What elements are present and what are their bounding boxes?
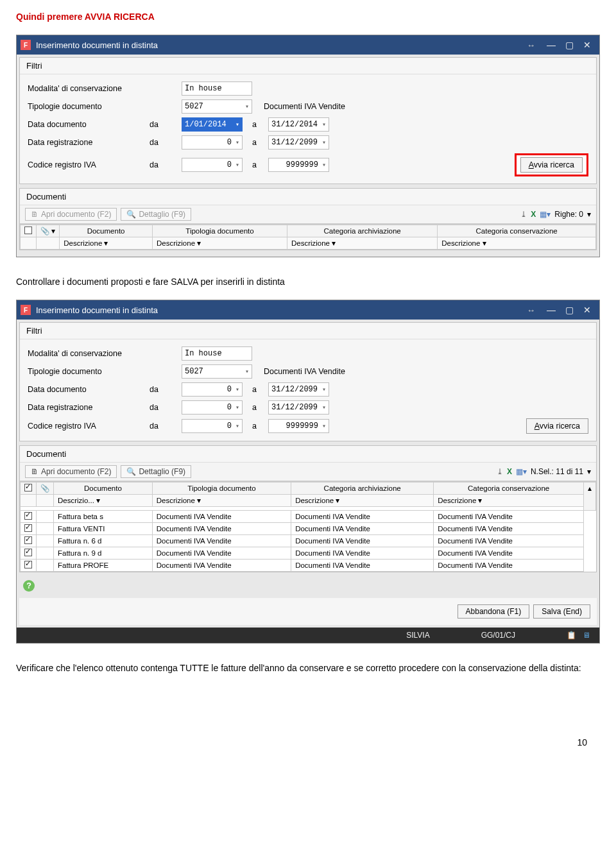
field-iva-da[interactable]: 0▾ — [182, 419, 243, 433]
table-row[interactable]: Fattura VENTIDocumenti IVA VenditeDocume… — [21, 523, 596, 535]
cell-cat-cons: Documenti IVA Vendite — [434, 535, 584, 547]
salva-button[interactable]: Salva (End) — [533, 604, 590, 619]
table-row[interactable]: Fattura n. 6 dDocumenti IVA VenditeDocum… — [21, 535, 596, 547]
pin-icon[interactable]: 📎 — [40, 227, 49, 235]
move-icon[interactable]: ↔ — [527, 305, 535, 315]
tipologie-desc: Documenti IVA Vendite — [252, 367, 345, 376]
col-cat-cons[interactable]: Categoria conservazione — [434, 483, 584, 495]
field-data-reg-a[interactable]: 31/12/2099▾ — [268, 400, 329, 414]
cell-tipologia: Documenti IVA Vendite — [152, 511, 291, 523]
field-modalita[interactable]: In house — [182, 346, 252, 361]
export-icon[interactable]: ⤓ — [497, 467, 503, 476]
field-data-doc-a[interactable]: 31/12/2099▾ — [268, 382, 329, 397]
table-row[interactable]: Fattura n. 9 dDocumenti IVA VenditeDocum… — [21, 547, 596, 560]
field-data-doc-a[interactable]: 31/12/2014▾ — [268, 117, 329, 132]
help-icon[interactable]: ? — [23, 580, 35, 592]
filtri-header: Filtri — [20, 58, 596, 74]
pin-icon[interactable]: 📎 — [40, 484, 49, 492]
clipboard-icon[interactable]: 📋 — [567, 631, 576, 640]
abbandona-button[interactable]: Abbandona (F1) — [458, 604, 530, 619]
filtri-panel: Filtri Modalita' di conservazione In hou… — [19, 57, 597, 184]
col-tipologia[interactable]: Tipologia documento — [152, 483, 291, 495]
export-icon[interactable]: ⤓ — [520, 210, 527, 219]
col-cat-cons[interactable]: Categoria conservazione — [438, 225, 596, 237]
col-cat-arch[interactable]: Categoria archiviazione — [291, 483, 434, 495]
field-data-reg-a[interactable]: 31/12/2099▾ — [268, 135, 329, 150]
field-modalita[interactable]: In house — [182, 81, 252, 96]
apri-documento-button[interactable]: 🗎Apri documento (F2) — [25, 208, 117, 221]
dropdown-sel[interactable]: ▾ — [587, 467, 591, 476]
label-data-reg: Data registrazione — [28, 138, 150, 147]
cell-documento: Fattura n. 9 d — [54, 547, 153, 560]
filter-icon[interactable]: ▦▾ — [540, 210, 551, 219]
dropdown-righe[interactable]: ▾ — [587, 210, 591, 219]
cell-tipologia: Documenti IVA Vendite — [152, 547, 291, 560]
col-documento[interactable]: Documento — [54, 483, 153, 495]
field-data-reg-da[interactable]: 0▾ — [182, 135, 243, 150]
data-grid: 📎 Documento Tipologia documento Categori… — [20, 482, 596, 572]
titlebar: F Inserimento documenti in distinta ↔ — … — [17, 300, 599, 320]
filtri-header: Filtri — [20, 323, 596, 339]
window-title: Inserimento documenti in distinta — [36, 305, 158, 315]
filter-icon[interactable]: ▦▾ — [516, 467, 527, 476]
table-row[interactable]: Fattura PROFEDocumenti IVA VenditeDocume… — [21, 560, 596, 572]
avvia-ricerca-button[interactable]: Avvia ricerca — [526, 418, 588, 434]
filtri-panel: Filtri Modalita' di conservazione In hou… — [19, 322, 597, 441]
close-button[interactable]: ✕ — [579, 303, 595, 316]
cell-cat-arch: Documenti IVA Vendite — [291, 535, 434, 547]
maximize-button[interactable]: ▢ — [561, 38, 578, 51]
row-checkbox[interactable] — [24, 536, 32, 544]
minimize-button[interactable]: — — [543, 303, 560, 316]
cell-documento: Fattura n. 6 d — [54, 535, 153, 547]
tipologie-desc: Documenti IVA Vendite — [252, 102, 345, 111]
table-row[interactable]: Fattura beta sDocumenti IVA VenditeDocum… — [21, 511, 596, 523]
cell-cat-arch: Documenti IVA Vendite — [291, 547, 434, 560]
field-tipologie[interactable]: 5027▾ — [182, 99, 252, 114]
cell-cat-cons: Documenti IVA Vendite — [434, 523, 584, 535]
dettaglio-button[interactable]: 🔍Dettaglio (F9) — [121, 465, 191, 478]
field-data-reg-da[interactable]: 0▾ — [182, 400, 243, 414]
field-iva-a[interactable]: 9999999▾ — [268, 419, 329, 433]
cell-tipologia: Documenti IVA Vendite — [152, 523, 291, 535]
row-checkbox[interactable] — [24, 524, 32, 532]
label-da: da — [150, 120, 182, 129]
page-number: 10 — [16, 737, 600, 748]
avvia-ricerca-button[interactable]: Avvia ricerca — [520, 157, 583, 173]
footer-buttons: Abbandona (F1) Salva (End) — [19, 598, 597, 625]
maximize-button[interactable]: ▢ — [561, 303, 578, 316]
row-checkbox[interactable] — [24, 549, 32, 556]
grid-toolbar: 🗎Apri documento (F2) 🔍Dettaglio (F9) ⤓ X… — [20, 463, 596, 481]
monitor-icon[interactable]: 🖥 — [583, 631, 590, 640]
col-tipologia[interactable]: Tipologia documento — [152, 225, 287, 237]
field-iva-a[interactable]: 9999999▾ — [268, 158, 329, 172]
field-data-doc-da[interactable]: 1/01/2014▾ — [182, 117, 243, 132]
checkbox-all[interactable] — [24, 484, 32, 491]
app-icon: F — [21, 305, 31, 315]
window-title: Inserimento documenti in distinta — [36, 40, 158, 50]
scrollbar[interactable]: ▴ — [584, 483, 596, 511]
statusbar: SILVIA GG/01/CJ 📋 🖥 — [17, 628, 599, 643]
row-checkbox[interactable] — [24, 512, 32, 520]
dettaglio-button[interactable]: 🔍Dettaglio (F9) — [121, 208, 191, 221]
documenti-header: Documenti — [20, 446, 596, 463]
col-cat-arch[interactable]: Categoria archiviazione — [287, 225, 437, 237]
excel-icon[interactable]: X — [507, 467, 512, 476]
field-data-doc-da[interactable]: 0▾ — [182, 382, 243, 397]
checkbox-all[interactable] — [24, 226, 32, 234]
label-a: a — [243, 120, 268, 129]
apri-documento-button[interactable]: 🗎Apri documento (F2) — [25, 465, 117, 478]
label-data-doc: Data documento — [28, 120, 150, 129]
field-iva-da[interactable]: 0▾ — [182, 158, 243, 172]
close-button[interactable]: ✕ — [579, 38, 595, 51]
field-tipologie[interactable]: 5027▾ — [182, 364, 252, 379]
cell-cat-arch: Documenti IVA Vendite — [291, 523, 434, 535]
move-icon[interactable]: ↔ — [527, 40, 535, 50]
row-checkbox[interactable] — [24, 561, 32, 568]
col-documento[interactable]: Documento — [60, 225, 153, 237]
titlebar: F Inserimento documenti in distinta ↔ — … — [17, 35, 599, 55]
status-user: SILVIA — [406, 631, 429, 640]
minimize-button[interactable]: — — [543, 38, 560, 51]
excel-icon[interactable]: X — [531, 210, 536, 219]
row-count: Righe: 0 — [554, 210, 583, 219]
label-codice-iva: Codice registro IVA — [28, 160, 150, 169]
